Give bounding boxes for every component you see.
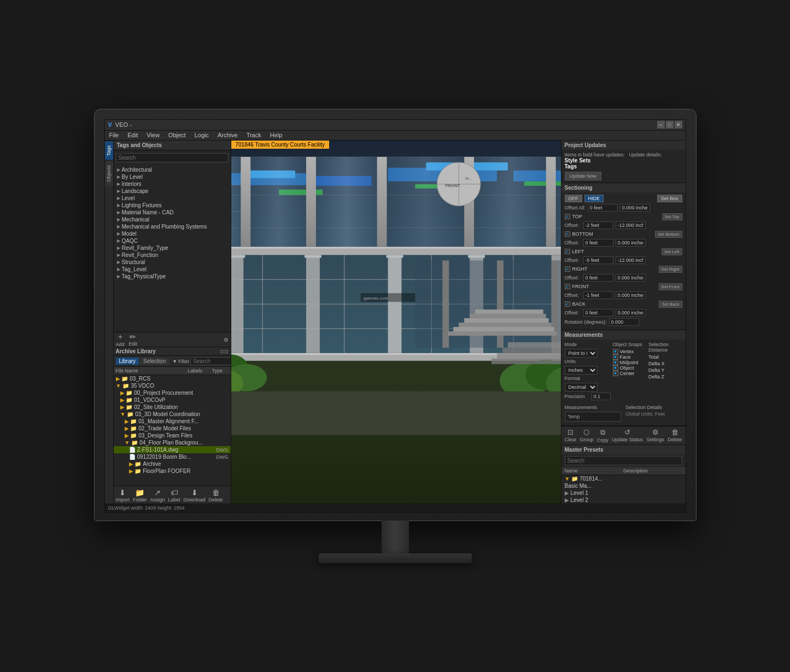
menu-logic[interactable]: Logic: [192, 132, 211, 138]
clear-button[interactable]: ⊡ Clear: [565, 428, 577, 443]
top-offset-feet-input[interactable]: [583, 221, 613, 229]
offset-all-inches-input[interactable]: [620, 204, 650, 212]
right-checkbox[interactable]: ✓: [565, 266, 570, 272]
folder-button[interactable]: 📁 Folder: [133, 488, 147, 502]
set-box-button[interactable]: Set Box: [657, 195, 682, 202]
file-item-01master[interactable]: ▶ 📁 01_Master Alignment F...: [114, 418, 231, 425]
menu-help[interactable]: Help: [268, 132, 285, 138]
preset-item-level2[interactable]: ▶ Level 2: [561, 496, 686, 504]
right-offset-feet-input[interactable]: [583, 274, 613, 282]
bottom-checkbox[interactable]: ✓: [565, 231, 570, 237]
viewport-tab[interactable]: 701846 Travis County Courts Facility: [231, 141, 329, 149]
delete-right-button[interactable]: 🗑 Delete: [668, 428, 682, 443]
set-right-button[interactable]: Set Right: [659, 266, 682, 273]
format-select[interactable]: Decimal: [565, 383, 598, 391]
edit-button[interactable]: ✏ Edit: [129, 332, 138, 347]
file-item-02trade[interactable]: ▶ 📁 02_Trade Model Files: [114, 425, 231, 432]
preset-item-701814[interactable]: ▼ 📁 701814...: [561, 475, 686, 482]
update-status-button[interactable]: ↺ Update Status: [612, 428, 643, 443]
tree-item-tag-level[interactable]: ▶ Tag_Level: [116, 266, 229, 273]
vertex-checkbox[interactable]: ●: [613, 349, 618, 354]
set-back-button[interactable]: Set Back: [659, 301, 682, 308]
download-button[interactable]: ⬇ Download: [184, 488, 206, 502]
left-offset-feet-input[interactable]: [583, 256, 613, 264]
archive-tab-library[interactable]: Library: [116, 358, 139, 365]
menu-view[interactable]: View: [144, 132, 162, 138]
file-item-archive-sub[interactable]: ▶ 📁 Archive: [114, 460, 231, 468]
set-top-button[interactable]: Set Top: [662, 213, 682, 220]
update-now-button[interactable]: Update Now: [565, 172, 602, 180]
add-button[interactable]: ＋ Add: [116, 332, 125, 347]
group-button[interactable]: ⬡ Group: [580, 428, 593, 443]
file-item-03design[interactable]: ▶ 📁 03_Design Team Files: [114, 432, 231, 439]
file-item-04floor[interactable]: ▼ 📁 04_Floor Plan Backgrou...: [114, 439, 231, 446]
file-item-09122019[interactable]: 📄 09122019 Boom Blo... DWG: [114, 453, 231, 460]
archive-search-input[interactable]: [190, 357, 230, 365]
tree-item-mech-plumbing[interactable]: ▶ Mechanical and Plumbing Systems: [116, 223, 229, 230]
back-offset-inches-input[interactable]: [616, 309, 646, 317]
tree-item-architectural[interactable]: ▶ Architectural: [116, 166, 229, 173]
bottom-offset-feet-input[interactable]: [583, 239, 613, 247]
right-offset-inches-input[interactable]: [616, 274, 646, 282]
menu-track[interactable]: Track: [244, 132, 264, 138]
back-checkbox[interactable]: ✓: [565, 301, 570, 307]
archive-tab-selection[interactable]: Selection: [140, 358, 169, 365]
front-checkbox[interactable]: ✓: [565, 284, 570, 289]
sectioning-off-button[interactable]: OFF: [565, 195, 582, 202]
tree-item-material-cad[interactable]: ▶ Material Name - CAD: [116, 209, 229, 216]
set-left-button[interactable]: Set Left: [662, 248, 682, 255]
menu-object[interactable]: Object: [166, 132, 188, 138]
delete-button[interactable]: 🗑 Delete: [209, 488, 223, 502]
tree-item-qaqc[interactable]: ▶ QAQC: [116, 237, 229, 244]
label-button[interactable]: 🏷 Label: [168, 488, 180, 502]
maximize-button[interactable]: □: [666, 121, 674, 128]
units-select[interactable]: Inches: [565, 366, 598, 375]
rotation-input[interactable]: [609, 318, 639, 326]
file-item-zfs1[interactable]: 📄 Z-FS1-101A.dwg DWG: [114, 446, 231, 453]
import-button[interactable]: ⬇ Import: [116, 488, 130, 502]
top-offset-inches-input[interactable]: [616, 221, 646, 229]
3d-scene[interactable]: FRONT Ri...: [231, 141, 561, 512]
assign-button[interactable]: ↗ Assign: [150, 488, 165, 502]
close-button[interactable]: ✕: [675, 121, 682, 128]
bottom-offset-inches-input[interactable]: [616, 239, 646, 247]
file-item-03rcs[interactable]: ▶ 📁 03_RCS: [114, 375, 231, 382]
tree-item-bylevel[interactable]: ▶ By Level: [116, 173, 229, 180]
mode-select[interactable]: Point to Point: [565, 349, 598, 358]
top-checkbox[interactable]: ✓: [565, 214, 570, 219]
menu-edit[interactable]: Edit: [125, 132, 140, 138]
tree-item-revit-family[interactable]: ▶ Revit_Family_Type: [116, 244, 229, 252]
copy-button[interactable]: ⧉ Copy: [597, 428, 608, 443]
tab-tags[interactable]: Tags: [105, 141, 113, 160]
tree-item-landscape[interactable]: ▶ Landscape: [116, 188, 229, 195]
menu-archive[interactable]: Archive: [215, 132, 240, 138]
object-checkbox[interactable]: ●: [613, 365, 618, 371]
left-offset-inches-input[interactable]: [616, 256, 646, 264]
midpoint-checkbox[interactable]: ●: [613, 360, 618, 365]
left-checkbox[interactable]: ✓: [565, 249, 570, 254]
file-item-02site[interactable]: ▶ 📁 02_Site Utilization: [114, 404, 231, 411]
tree-item-lighting[interactable]: ▶ Lighting Fixtures: [116, 202, 229, 209]
tree-item-level[interactable]: ▶ Level: [116, 195, 229, 202]
front-offset-inches-input[interactable]: [616, 291, 646, 299]
file-item-00procurement[interactable]: ▶ 📁 00_Project Procurement: [114, 389, 231, 396]
tree-item-model[interactable]: ▶ Model: [116, 230, 229, 237]
menu-file[interactable]: File: [107, 132, 121, 138]
preset-item-level1[interactable]: ▶ Level 1: [561, 489, 686, 496]
file-item-01vdcovp[interactable]: ▶ 📁 01_VDCOvP: [114, 396, 231, 404]
temp-input[interactable]: Temp: [565, 412, 622, 422]
file-item-03d[interactable]: ▼ 📁 03_3D Model Coordination: [114, 411, 231, 418]
precision-input[interactable]: [592, 393, 611, 400]
tree-item-revit-function[interactable]: ▶ Revit_Function: [116, 252, 229, 259]
face-checkbox[interactable]: ●: [613, 354, 618, 360]
tree-item-mechanical[interactable]: ▶ Mechanical: [116, 216, 229, 223]
settings-button[interactable]: ⚙ Settings: [646, 428, 664, 443]
presets-search-input[interactable]: [565, 456, 682, 465]
tree-item-structural[interactable]: ▶ Structural: [116, 259, 229, 266]
tree-item-tag-physicaltype[interactable]: ▶ Tag_PhysicalType: [116, 273, 229, 280]
minimize-button[interactable]: ─: [657, 121, 665, 128]
set-bottom-button[interactable]: Set Bottom: [655, 231, 682, 238]
tab-objects[interactable]: Objects: [105, 160, 113, 186]
preset-item-basicma[interactable]: Basic Ma...: [561, 482, 686, 489]
tags-search-input[interactable]: [116, 153, 229, 162]
